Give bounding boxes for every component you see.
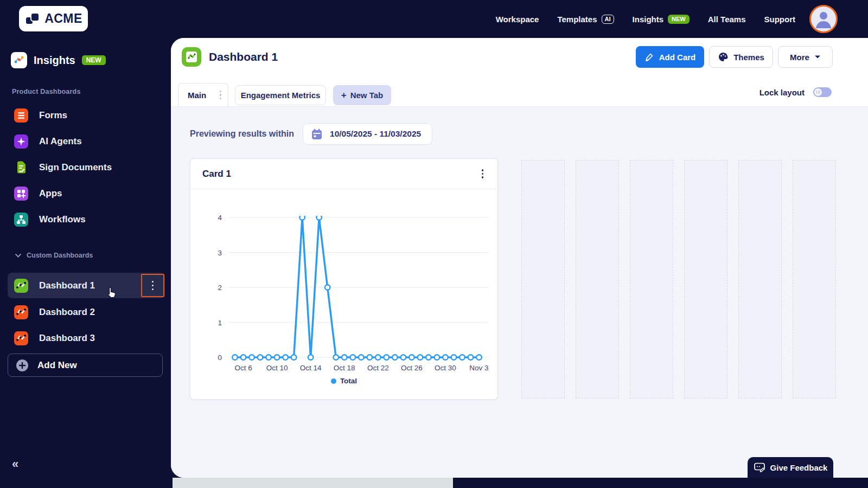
tab-main[interactable]: Main: [178, 83, 228, 106]
grid-placeholder-column: [738, 160, 782, 399]
chart-legend: Total: [190, 377, 497, 385]
svg-text:Oct 18: Oct 18: [334, 364, 355, 372]
sidebar-item-dashboard-3[interactable]: Dashboard 3: [8, 325, 165, 351]
svg-text:Oct 30: Oct 30: [435, 364, 456, 372]
dashboard-3-icon: [14, 331, 28, 345]
toggle-knob: [814, 88, 822, 96]
new-badge: NEW: [82, 55, 106, 65]
lock-layout-toggle[interactable]: [813, 87, 832, 97]
legend-label: Total: [340, 377, 357, 385]
give-feedback-button[interactable]: Give Feedback: [748, 457, 833, 478]
dashboard-1-icon: [14, 279, 28, 293]
line-chart: 01234Oct 6Oct 10Oct 14Oct 18Oct 22Oct 26…: [190, 190, 499, 375]
grid-placeholder-column: [576, 160, 619, 399]
apps-icon: [14, 187, 28, 201]
main-panel: Dashboard 1 Add Card Themes More Main: [171, 38, 868, 478]
sidebar-collapse-button[interactable]: «: [12, 457, 18, 471]
tab-menu-icon[interactable]: [220, 91, 222, 100]
nav-insights[interactable]: Insights NEW: [633, 15, 690, 24]
caret-down-icon: [814, 55, 821, 59]
forms-icon: [14, 108, 28, 123]
sign-documents-icon: [14, 160, 28, 175]
plus-circle-icon: [16, 359, 29, 372]
feedback-chat-icon: [754, 462, 765, 473]
acme-logo[interactable]: ACME: [19, 6, 88, 31]
sidebar-item-ai-agents[interactable]: AI Agents: [0, 129, 163, 154]
logo-text: ACME: [44, 11, 82, 26]
grid-placeholder-column: [793, 160, 836, 399]
svg-text:0: 0: [218, 354, 222, 362]
svg-text:Oct 22: Oct 22: [367, 364, 389, 372]
user-avatar[interactable]: [809, 5, 838, 33]
person-icon: [814, 10, 833, 28]
svg-text:1: 1: [218, 319, 222, 327]
sidebar-item-dashboard-2[interactable]: Dashboard 2: [8, 299, 165, 325]
date-filter-label: Previewing results within: [190, 129, 294, 139]
date-range-value: 10/05/2025 - 11/03/2025: [330, 129, 421, 139]
sidebar-item-apps[interactable]: Apps: [0, 181, 163, 206]
calendar-icon: [310, 127, 323, 140]
card-menu-button[interactable]: [480, 167, 486, 181]
new-badge: NEW: [668, 15, 690, 24]
plus-icon: +: [341, 91, 347, 100]
grid-placeholder-column: [630, 160, 673, 399]
add-card-button[interactable]: Add Card: [636, 46, 704, 68]
grid-placeholder-column: [521, 160, 565, 399]
section-product-dashboards: Product Dashboards: [12, 88, 81, 95]
sidebar-item-forms[interactable]: Forms: [0, 103, 163, 128]
svg-text:Oct 14: Oct 14: [300, 364, 322, 372]
legend-dot-icon: [331, 378, 336, 384]
sidebar-item-workflows[interactable]: Workflows: [0, 207, 163, 232]
svg-text:Oct 6: Oct 6: [234, 364, 252, 372]
product-insights[interactable]: Insights NEW: [11, 52, 106, 68]
add-new-button[interactable]: Add New: [8, 354, 163, 377]
ai-badge: AI: [602, 15, 614, 24]
dashboard-title-icon: [182, 47, 201, 67]
insights-icon: [11, 52, 27, 68]
card-1: Card 1 01234Oct 6Oct 10Oct 14Oct 18Oct 2…: [190, 158, 498, 400]
page-title: Dashboard 1: [209, 50, 278, 63]
svg-text:Oct 26: Oct 26: [401, 364, 423, 372]
sidebar-item-sign-documents[interactable]: Sign Documents: [0, 155, 163, 180]
nav-workspace[interactable]: Workspace: [496, 15, 539, 24]
svg-text:Oct 10: Oct 10: [266, 364, 288, 372]
horizontal-scrollbar: [0, 478, 868, 488]
date-range-picker[interactable]: 10/05/2025 - 11/03/2025: [303, 123, 432, 145]
new-tab-button[interactable]: + New Tab: [333, 85, 391, 105]
dashboard-2-icon: [14, 305, 28, 319]
card-title: Card 1: [202, 169, 231, 179]
acme-logo-icon: [24, 11, 41, 27]
svg-text:3: 3: [218, 249, 222, 257]
lock-layout-label: Lock layout: [760, 88, 805, 97]
nav-all-teams[interactable]: All Teams: [708, 15, 746, 24]
sidebar: ACME Insights NEW Product Dashboards For…: [0, 0, 171, 478]
workflows-icon: [14, 213, 28, 227]
pen-icon: [644, 52, 654, 62]
tab-engagement-metrics[interactable]: Engagement Metrics: [235, 85, 326, 105]
svg-text:4: 4: [218, 214, 222, 222]
dashboard-header: Dashboard 1 Add Card Themes More Main: [171, 38, 868, 107]
svg-text:Nov 3: Nov 3: [469, 364, 488, 372]
more-button[interactable]: More: [778, 46, 833, 68]
dashboard-1-menu-button[interactable]: [141, 274, 164, 297]
section-custom-dashboards[interactable]: Custom Dashboards: [15, 252, 93, 259]
nav-support[interactable]: Support: [764, 15, 796, 24]
product-name: Insights: [34, 54, 75, 67]
sidebar-item-dashboard-1[interactable]: Dashboard 1: [8, 273, 165, 298]
dashboard-content: Previewing results within 10/05/2025 - 1…: [171, 107, 868, 478]
palette-icon: [718, 52, 729, 62]
themes-button[interactable]: Themes: [709, 46, 773, 68]
grid-placeholder-column: [684, 160, 727, 399]
ai-agents-icon: [14, 134, 28, 149]
nav-templates[interactable]: Templates AI: [557, 15, 614, 24]
kebab-icon: [152, 281, 154, 291]
chevron-down-icon: [15, 254, 21, 258]
scrollbar-thumb[interactable]: [173, 478, 453, 488]
svg-text:2: 2: [218, 284, 222, 292]
